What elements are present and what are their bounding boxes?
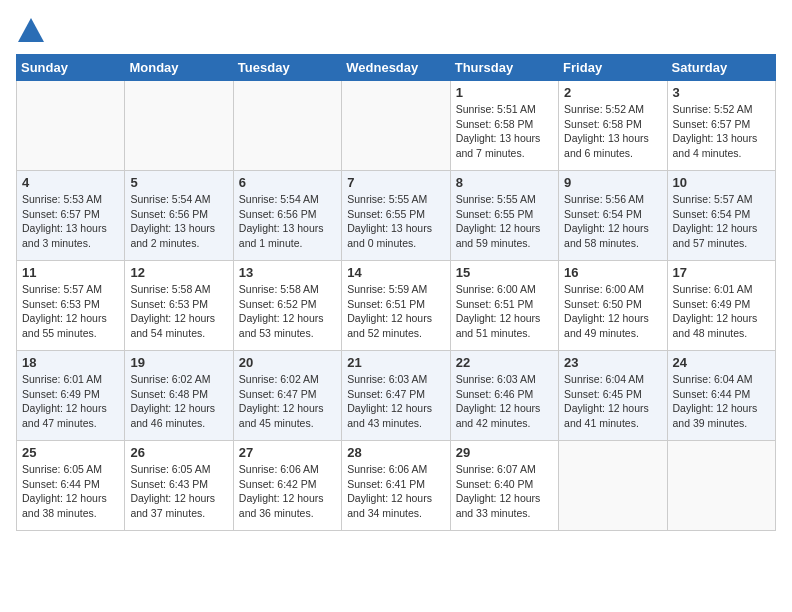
header-cell-friday: Friday <box>559 55 667 81</box>
day-number: 20 <box>239 355 336 370</box>
day-cell: 9Sunrise: 5:56 AMSunset: 6:54 PMDaylight… <box>559 171 667 261</box>
day-cell: 2Sunrise: 5:52 AMSunset: 6:58 PMDaylight… <box>559 81 667 171</box>
day-cell: 22Sunrise: 6:03 AMSunset: 6:46 PMDayligh… <box>450 351 558 441</box>
day-cell: 19Sunrise: 6:02 AMSunset: 6:48 PMDayligh… <box>125 351 233 441</box>
day-cell <box>342 81 450 171</box>
day-cell <box>667 441 775 531</box>
day-number: 8 <box>456 175 553 190</box>
day-info: Sunrise: 6:01 AMSunset: 6:49 PMDaylight:… <box>22 372 119 431</box>
day-cell: 8Sunrise: 5:55 AMSunset: 6:55 PMDaylight… <box>450 171 558 261</box>
day-number: 28 <box>347 445 444 460</box>
week-row-2: 11Sunrise: 5:57 AMSunset: 6:53 PMDayligh… <box>17 261 776 351</box>
day-number: 17 <box>673 265 770 280</box>
day-number: 24 <box>673 355 770 370</box>
day-cell: 20Sunrise: 6:02 AMSunset: 6:47 PMDayligh… <box>233 351 341 441</box>
day-info: Sunrise: 5:58 AMSunset: 6:52 PMDaylight:… <box>239 282 336 341</box>
day-cell: 15Sunrise: 6:00 AMSunset: 6:51 PMDayligh… <box>450 261 558 351</box>
day-info: Sunrise: 6:06 AMSunset: 6:42 PMDaylight:… <box>239 462 336 521</box>
day-number: 7 <box>347 175 444 190</box>
day-cell: 4Sunrise: 5:53 AMSunset: 6:57 PMDaylight… <box>17 171 125 261</box>
day-info: Sunrise: 6:00 AMSunset: 6:51 PMDaylight:… <box>456 282 553 341</box>
day-number: 18 <box>22 355 119 370</box>
day-number: 12 <box>130 265 227 280</box>
day-cell: 1Sunrise: 5:51 AMSunset: 6:58 PMDaylight… <box>450 81 558 171</box>
page-header <box>16 16 776 46</box>
day-info: Sunrise: 6:03 AMSunset: 6:46 PMDaylight:… <box>456 372 553 431</box>
day-info: Sunrise: 6:02 AMSunset: 6:47 PMDaylight:… <box>239 372 336 431</box>
day-info: Sunrise: 6:00 AMSunset: 6:50 PMDaylight:… <box>564 282 661 341</box>
day-number: 2 <box>564 85 661 100</box>
header-row: SundayMondayTuesdayWednesdayThursdayFrid… <box>17 55 776 81</box>
day-number: 29 <box>456 445 553 460</box>
day-info: Sunrise: 5:54 AMSunset: 6:56 PMDaylight:… <box>130 192 227 251</box>
day-number: 19 <box>130 355 227 370</box>
day-number: 4 <box>22 175 119 190</box>
day-cell: 25Sunrise: 6:05 AMSunset: 6:44 PMDayligh… <box>17 441 125 531</box>
day-cell: 16Sunrise: 6:00 AMSunset: 6:50 PMDayligh… <box>559 261 667 351</box>
day-cell: 27Sunrise: 6:06 AMSunset: 6:42 PMDayligh… <box>233 441 341 531</box>
header-cell-monday: Monday <box>125 55 233 81</box>
day-number: 26 <box>130 445 227 460</box>
day-info: Sunrise: 5:51 AMSunset: 6:58 PMDaylight:… <box>456 102 553 161</box>
day-number: 25 <box>22 445 119 460</box>
week-row-3: 18Sunrise: 6:01 AMSunset: 6:49 PMDayligh… <box>17 351 776 441</box>
day-info: Sunrise: 5:55 AMSunset: 6:55 PMDaylight:… <box>456 192 553 251</box>
day-number: 16 <box>564 265 661 280</box>
day-cell: 23Sunrise: 6:04 AMSunset: 6:45 PMDayligh… <box>559 351 667 441</box>
day-cell: 21Sunrise: 6:03 AMSunset: 6:47 PMDayligh… <box>342 351 450 441</box>
day-cell: 5Sunrise: 5:54 AMSunset: 6:56 PMDaylight… <box>125 171 233 261</box>
day-cell: 13Sunrise: 5:58 AMSunset: 6:52 PMDayligh… <box>233 261 341 351</box>
day-number: 13 <box>239 265 336 280</box>
day-number: 14 <box>347 265 444 280</box>
day-info: Sunrise: 6:05 AMSunset: 6:43 PMDaylight:… <box>130 462 227 521</box>
day-cell: 12Sunrise: 5:58 AMSunset: 6:53 PMDayligh… <box>125 261 233 351</box>
logo-icon <box>16 16 46 46</box>
day-cell: 17Sunrise: 6:01 AMSunset: 6:49 PMDayligh… <box>667 261 775 351</box>
day-info: Sunrise: 5:56 AMSunset: 6:54 PMDaylight:… <box>564 192 661 251</box>
day-info: Sunrise: 5:59 AMSunset: 6:51 PMDaylight:… <box>347 282 444 341</box>
header-cell-tuesday: Tuesday <box>233 55 341 81</box>
calendar-table: SundayMondayTuesdayWednesdayThursdayFrid… <box>16 54 776 531</box>
day-number: 9 <box>564 175 661 190</box>
day-cell: 3Sunrise: 5:52 AMSunset: 6:57 PMDaylight… <box>667 81 775 171</box>
svg-marker-0 <box>18 18 44 42</box>
day-info: Sunrise: 6:07 AMSunset: 6:40 PMDaylight:… <box>456 462 553 521</box>
day-number: 23 <box>564 355 661 370</box>
week-row-4: 25Sunrise: 6:05 AMSunset: 6:44 PMDayligh… <box>17 441 776 531</box>
header-cell-wednesday: Wednesday <box>342 55 450 81</box>
day-cell: 6Sunrise: 5:54 AMSunset: 6:56 PMDaylight… <box>233 171 341 261</box>
day-cell: 28Sunrise: 6:06 AMSunset: 6:41 PMDayligh… <box>342 441 450 531</box>
day-info: Sunrise: 5:52 AMSunset: 6:58 PMDaylight:… <box>564 102 661 161</box>
day-cell <box>125 81 233 171</box>
day-cell <box>559 441 667 531</box>
day-info: Sunrise: 6:04 AMSunset: 6:45 PMDaylight:… <box>564 372 661 431</box>
header-cell-sunday: Sunday <box>17 55 125 81</box>
day-cell <box>233 81 341 171</box>
day-cell: 24Sunrise: 6:04 AMSunset: 6:44 PMDayligh… <box>667 351 775 441</box>
day-number: 5 <box>130 175 227 190</box>
day-number: 21 <box>347 355 444 370</box>
day-cell: 7Sunrise: 5:55 AMSunset: 6:55 PMDaylight… <box>342 171 450 261</box>
day-number: 15 <box>456 265 553 280</box>
day-number: 3 <box>673 85 770 100</box>
day-info: Sunrise: 6:01 AMSunset: 6:49 PMDaylight:… <box>673 282 770 341</box>
calendar-header: SundayMondayTuesdayWednesdayThursdayFrid… <box>17 55 776 81</box>
day-number: 1 <box>456 85 553 100</box>
week-row-0: 1Sunrise: 5:51 AMSunset: 6:58 PMDaylight… <box>17 81 776 171</box>
header-cell-saturday: Saturday <box>667 55 775 81</box>
day-number: 6 <box>239 175 336 190</box>
day-number: 27 <box>239 445 336 460</box>
day-info: Sunrise: 6:06 AMSunset: 6:41 PMDaylight:… <box>347 462 444 521</box>
day-info: Sunrise: 6:02 AMSunset: 6:48 PMDaylight:… <box>130 372 227 431</box>
week-row-1: 4Sunrise: 5:53 AMSunset: 6:57 PMDaylight… <box>17 171 776 261</box>
day-info: Sunrise: 6:04 AMSunset: 6:44 PMDaylight:… <box>673 372 770 431</box>
day-info: Sunrise: 5:57 AMSunset: 6:54 PMDaylight:… <box>673 192 770 251</box>
day-info: Sunrise: 6:05 AMSunset: 6:44 PMDaylight:… <box>22 462 119 521</box>
day-cell: 18Sunrise: 6:01 AMSunset: 6:49 PMDayligh… <box>17 351 125 441</box>
day-number: 22 <box>456 355 553 370</box>
day-cell: 26Sunrise: 6:05 AMSunset: 6:43 PMDayligh… <box>125 441 233 531</box>
day-info: Sunrise: 5:57 AMSunset: 6:53 PMDaylight:… <box>22 282 119 341</box>
day-info: Sunrise: 6:03 AMSunset: 6:47 PMDaylight:… <box>347 372 444 431</box>
day-info: Sunrise: 5:52 AMSunset: 6:57 PMDaylight:… <box>673 102 770 161</box>
day-cell: 29Sunrise: 6:07 AMSunset: 6:40 PMDayligh… <box>450 441 558 531</box>
